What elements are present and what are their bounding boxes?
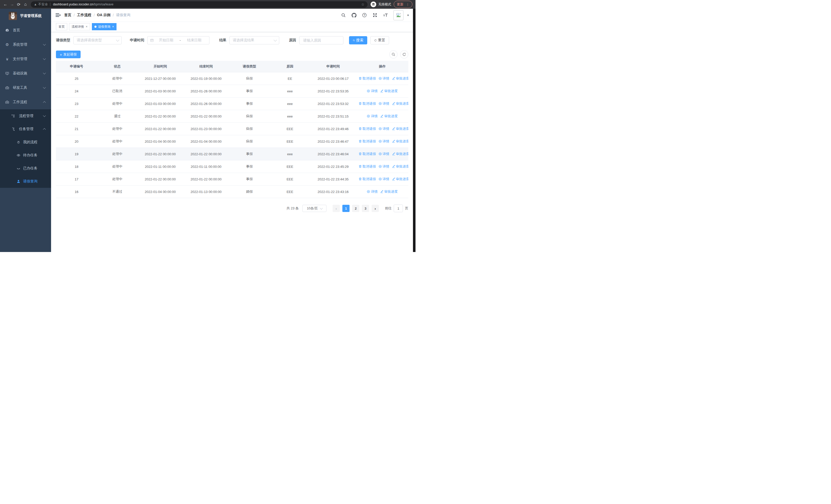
refresh-icon: [402, 53, 406, 56]
detail-action-link[interactable]: 详情: [378, 139, 389, 144]
sidebar-item-process-mgmt[interactable]: 流程管理: [0, 109, 51, 122]
page-size-select[interactable]: 10条/页: [302, 205, 326, 212]
dashboard-icon: [5, 28, 9, 32]
page-button-3[interactable]: 3: [362, 205, 369, 212]
browser-menu-icon[interactable]: ⋮: [406, 3, 409, 6]
avatar-dropdown-icon[interactable]: ▼: [407, 14, 409, 17]
help-icon[interactable]: ?: [362, 12, 367, 18]
progress-action-link[interactable]: 审批进度: [392, 164, 408, 169]
goto-page-input[interactable]: [394, 205, 403, 212]
security-label[interactable]: 不安全: [38, 2, 48, 7]
sidebar-item-my-process[interactable]: 我的流程: [0, 136, 51, 149]
result-select[interactable]: 请选择流结果: [229, 36, 279, 45]
table-refresh-button[interactable]: [400, 50, 408, 59]
sidebar-item-payment[interactable]: ¥ 支付管理: [0, 52, 51, 66]
next-page-button[interactable]: ›: [372, 205, 379, 212]
close-icon[interactable]: ×: [112, 25, 114, 28]
sidebar-item-label: 待办任务: [23, 153, 37, 157]
progress-action-link[interactable]: 审批进度: [392, 76, 408, 81]
update-button[interactable]: 更新 ⋮: [394, 1, 412, 8]
edit-icon: [380, 114, 383, 118]
detail-action-link[interactable]: 详情: [367, 89, 377, 93]
cancel-action-link[interactable]: 取消请假: [359, 101, 376, 106]
bookmark-star-icon[interactable]: ☆: [361, 2, 365, 6]
table-search-toggle-button[interactable]: [389, 50, 398, 59]
col-header-applied: 申请时间: [310, 61, 356, 72]
reload-icon[interactable]: ⟳: [16, 1, 22, 8]
reset-button[interactable]: 重置: [370, 36, 389, 45]
cancel-action-link[interactable]: 取消请假: [359, 152, 376, 156]
progress-action-link[interactable]: 审批进度: [392, 126, 408, 131]
progress-action-link[interactable]: 审批进度: [380, 89, 398, 93]
progress-action-link[interactable]: 审批进度: [392, 152, 408, 156]
forward-icon[interactable]: →: [9, 1, 16, 8]
date-range-separator: -: [179, 38, 182, 42]
sidebar-item-todo-tasks[interactable]: 待办任务: [0, 149, 51, 162]
prev-page-button[interactable]: ‹: [333, 205, 340, 212]
create-leave-button[interactable]: + 发起请假: [56, 51, 81, 58]
breadcrumb-oa-example[interactable]: OA 示例: [97, 13, 110, 18]
detail-action-link[interactable]: 详情: [378, 76, 389, 81]
sidebar-item-label: 研发工具: [13, 85, 27, 90]
sidebar-item-system[interactable]: ⚙ 系统管理: [0, 37, 51, 52]
cell-actions: 取消请假详情审批进度: [356, 173, 408, 185]
cell-end: 2022-01-22 00:00:00: [183, 110, 229, 123]
sidebar-item-infra[interactable]: 基础设施: [0, 66, 51, 81]
progress-action-link[interactable]: 审批进度: [392, 101, 408, 106]
progress-action-link[interactable]: 审批进度: [380, 114, 398, 119]
sidebar-item-leave-query[interactable]: 请假查询: [0, 175, 51, 188]
detail-action-link[interactable]: 详情: [367, 114, 377, 119]
cell-end: 2022-01-26 00:00:00: [183, 97, 229, 110]
detail-action-link[interactable]: 详情: [378, 152, 389, 156]
cell-status: 处理中: [97, 160, 138, 173]
tag-leave-query[interactable]: 请假查询 ×: [92, 23, 116, 30]
leave-type-select[interactable]: 请选择请假类型: [74, 36, 122, 45]
home-icon[interactable]: ⌂: [22, 1, 29, 8]
back-icon[interactable]: ←: [2, 1, 9, 8]
cell-actions: 取消请假详情审批进度: [356, 135, 408, 148]
warning-icon: ▲: [34, 3, 37, 6]
detail-action-link[interactable]: 详情: [378, 177, 389, 181]
progress-action-link[interactable]: 审批进度: [380, 189, 398, 194]
search-button[interactable]: 搜索: [349, 36, 367, 45]
sidebar-item-devtools[interactable]: 研发工具: [0, 81, 51, 95]
sidebar-item-home[interactable]: 首页: [0, 23, 51, 37]
font-size-icon[interactable]: [383, 12, 388, 18]
close-icon[interactable]: ×: [86, 25, 87, 28]
user-avatar[interactable]: [394, 10, 403, 20]
page-suffix: 页: [405, 206, 408, 211]
detail-action-link[interactable]: 详情: [378, 101, 389, 106]
apply-time-range-picker[interactable]: 开始日期 - 结束日期: [147, 36, 209, 45]
page-size-label: 10条/页: [307, 206, 318, 211]
breadcrumb-home[interactable]: 首页: [64, 13, 71, 18]
progress-action-link[interactable]: 审批进度: [392, 139, 408, 144]
tag-home[interactable]: 首页: [56, 23, 67, 30]
address-bar[interactable]: ▲ 不安全 dashboard.yudao.iocoder.cn /bpm/oa…: [31, 1, 368, 8]
sidebar-item-task-mgmt[interactable]: 任务管理: [0, 122, 51, 136]
search-icon[interactable]: [341, 12, 346, 18]
sidebar-logo[interactable]: 芋道管理系统: [0, 9, 51, 23]
page-button-2[interactable]: 2: [352, 205, 359, 212]
cancel-action-link[interactable]: 取消请假: [359, 76, 376, 81]
tag-process-detail[interactable]: 流程详情 ×: [69, 23, 90, 30]
detail-action-link[interactable]: 详情: [378, 126, 389, 131]
cancel-action-link[interactable]: 取消请假: [359, 164, 376, 169]
sidebar-item-done-tasks[interactable]: 已办任务: [0, 162, 51, 175]
detail-action-link[interactable]: 详情: [378, 164, 389, 169]
breadcrumb-workflow[interactable]: 工作流程: [77, 13, 91, 18]
fullscreen-icon[interactable]: [372, 12, 377, 18]
sidebar-collapse-icon[interactable]: [55, 12, 61, 18]
github-icon[interactable]: [351, 12, 356, 18]
cancel-action-link[interactable]: 取消请假: [359, 126, 376, 131]
sidebar-item-workflow[interactable]: 工作流程: [0, 95, 51, 109]
progress-action-link[interactable]: 审批进度: [392, 177, 408, 181]
table-row: 16不通过2022-01-04 00:00:002022-01-13 00:00…: [56, 185, 408, 198]
action-label: 详情: [383, 101, 389, 106]
tag-label: 流程详情: [71, 25, 84, 29]
page-button-1[interactable]: 1: [342, 205, 349, 212]
reason-input[interactable]: [303, 38, 340, 42]
flow-icon: [11, 127, 16, 131]
detail-action-link[interactable]: 详情: [367, 189, 377, 194]
cancel-action-link[interactable]: 取消请假: [359, 139, 376, 144]
cancel-action-link[interactable]: 取消请假: [359, 177, 376, 181]
